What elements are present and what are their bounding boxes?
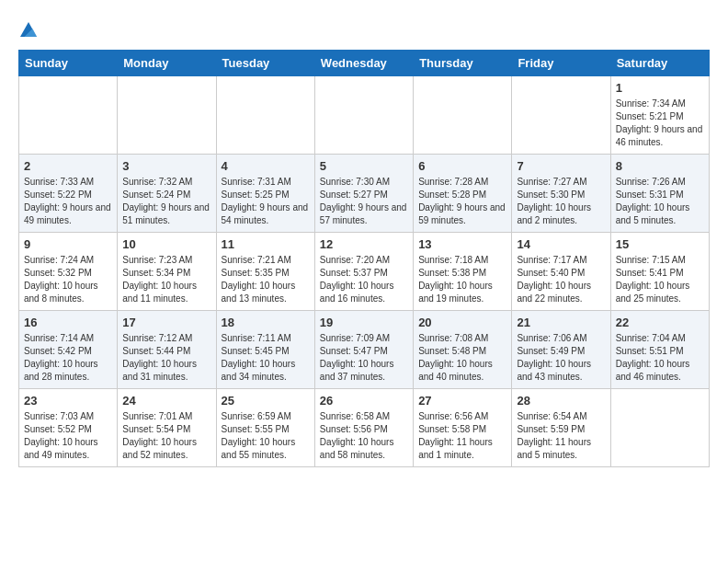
day-number: 12 bbox=[320, 237, 408, 251]
day-info: Sunrise: 7:04 AM Sunset: 5:51 PM Dayligh… bbox=[616, 332, 704, 384]
day-number: 8 bbox=[616, 159, 704, 173]
col-header-friday: Friday bbox=[512, 51, 610, 76]
day-info: Sunrise: 7:30 AM Sunset: 5:27 PM Dayligh… bbox=[320, 176, 408, 227]
cell-w1-d1: 3Sunrise: 7:32 AM Sunset: 5:24 PM Daylig… bbox=[118, 155, 216, 233]
cell-w2-d3: 12Sunrise: 7:20 AM Sunset: 5:37 PM Dayli… bbox=[314, 233, 413, 311]
cell-w2-d1: 10Sunrise: 7:23 AM Sunset: 5:34 PM Dayli… bbox=[118, 233, 216, 311]
day-number: 20 bbox=[418, 316, 506, 329]
cell-w2-d0: 9Sunrise: 7:24 AM Sunset: 5:32 PM Daylig… bbox=[19, 233, 118, 311]
logo-text bbox=[18, 18, 37, 40]
day-info: Sunrise: 7:32 AM Sunset: 5:24 PM Dayligh… bbox=[122, 176, 210, 227]
cell-w3-d3: 19Sunrise: 7:09 AM Sunset: 5:47 PM Dayli… bbox=[314, 311, 413, 389]
day-info: Sunrise: 6:54 AM Sunset: 5:59 PM Dayligh… bbox=[517, 410, 605, 462]
day-number: 11 bbox=[222, 237, 310, 251]
day-info: Sunrise: 7:34 AM Sunset: 5:21 PM Dayligh… bbox=[616, 98, 704, 149]
day-info: Sunrise: 7:33 AM Sunset: 5:22 PM Dayligh… bbox=[24, 176, 112, 227]
cell-w2-d5: 14Sunrise: 7:17 AM Sunset: 5:40 PM Dayli… bbox=[512, 233, 610, 311]
day-info: Sunrise: 7:24 AM Sunset: 5:32 PM Dayligh… bbox=[24, 254, 112, 305]
cell-w1-d2: 4Sunrise: 7:31 AM Sunset: 5:25 PM Daylig… bbox=[216, 155, 314, 233]
day-number: 19 bbox=[320, 316, 408, 329]
day-number: 4 bbox=[222, 159, 310, 173]
day-number: 24 bbox=[122, 394, 210, 408]
day-info: Sunrise: 7:21 AM Sunset: 5:35 PM Dayligh… bbox=[222, 254, 310, 305]
cell-w3-d2: 18Sunrise: 7:11 AM Sunset: 5:45 PM Dayli… bbox=[216, 311, 314, 389]
day-info: Sunrise: 7:11 AM Sunset: 5:45 PM Dayligh… bbox=[222, 332, 310, 384]
day-number: 10 bbox=[122, 237, 210, 251]
col-header-thursday: Thursday bbox=[414, 51, 512, 76]
col-header-wednesday: Wednesday bbox=[314, 51, 413, 76]
page-header bbox=[18, 18, 710, 40]
cell-w4-d3: 26Sunrise: 6:58 AM Sunset: 5:56 PM Dayli… bbox=[314, 389, 413, 467]
day-info: Sunrise: 7:15 AM Sunset: 5:41 PM Dayligh… bbox=[616, 254, 704, 305]
day-number: 16 bbox=[24, 316, 112, 329]
day-number: 27 bbox=[418, 394, 506, 408]
day-number: 23 bbox=[24, 394, 112, 408]
day-number: 6 bbox=[418, 159, 506, 173]
day-number: 2 bbox=[24, 159, 112, 173]
day-info: Sunrise: 7:23 AM Sunset: 5:34 PM Dayligh… bbox=[122, 254, 210, 305]
day-number: 14 bbox=[517, 237, 605, 251]
col-header-saturday: Saturday bbox=[610, 51, 709, 76]
day-info: Sunrise: 6:58 AM Sunset: 5:56 PM Dayligh… bbox=[320, 410, 408, 462]
cell-w0-d5 bbox=[512, 76, 610, 155]
day-info: Sunrise: 7:26 AM Sunset: 5:31 PM Dayligh… bbox=[616, 176, 704, 227]
day-info: Sunrise: 7:12 AM Sunset: 5:44 PM Dayligh… bbox=[122, 332, 210, 384]
cell-w4-d6 bbox=[610, 389, 709, 467]
cell-w4-d1: 24Sunrise: 7:01 AM Sunset: 5:54 PM Dayli… bbox=[118, 389, 216, 467]
cell-w3-d1: 17Sunrise: 7:12 AM Sunset: 5:44 PM Dayli… bbox=[118, 311, 216, 389]
col-header-tuesday: Tuesday bbox=[216, 51, 314, 76]
day-number: 15 bbox=[616, 237, 704, 251]
day-info: Sunrise: 7:31 AM Sunset: 5:25 PM Dayligh… bbox=[222, 176, 310, 227]
cell-w0-d0 bbox=[19, 76, 118, 155]
day-info: Sunrise: 7:17 AM Sunset: 5:40 PM Dayligh… bbox=[517, 254, 605, 305]
day-number: 3 bbox=[122, 159, 210, 173]
day-number: 26 bbox=[320, 394, 408, 408]
calendar-table: SundayMondayTuesdayWednesdayThursdayFrid… bbox=[18, 50, 710, 467]
cell-w0-d4 bbox=[414, 76, 512, 155]
day-info: Sunrise: 7:20 AM Sunset: 5:37 PM Dayligh… bbox=[320, 254, 408, 305]
day-info: Sunrise: 7:09 AM Sunset: 5:47 PM Dayligh… bbox=[320, 332, 408, 384]
cell-w0-d1 bbox=[118, 76, 216, 155]
col-header-monday: Monday bbox=[118, 51, 216, 76]
day-number: 25 bbox=[222, 394, 310, 408]
day-number: 1 bbox=[616, 81, 704, 95]
cell-w0-d2 bbox=[216, 76, 314, 155]
cell-w1-d3: 5Sunrise: 7:30 AM Sunset: 5:27 PM Daylig… bbox=[314, 155, 413, 233]
logo bbox=[18, 18, 37, 40]
cell-w2-d2: 11Sunrise: 7:21 AM Sunset: 5:35 PM Dayli… bbox=[216, 233, 314, 311]
cell-w0-d6: 1Sunrise: 7:34 AM Sunset: 5:21 PM Daylig… bbox=[610, 76, 709, 155]
day-info: Sunrise: 7:28 AM Sunset: 5:28 PM Dayligh… bbox=[418, 176, 506, 227]
day-info: Sunrise: 7:14 AM Sunset: 5:42 PM Dayligh… bbox=[24, 332, 112, 384]
cell-w3-d0: 16Sunrise: 7:14 AM Sunset: 5:42 PM Dayli… bbox=[19, 311, 118, 389]
cell-w4-d2: 25Sunrise: 6:59 AM Sunset: 5:55 PM Dayli… bbox=[216, 389, 314, 467]
day-number: 9 bbox=[24, 237, 112, 251]
cell-w4-d0: 23Sunrise: 7:03 AM Sunset: 5:52 PM Dayli… bbox=[19, 389, 118, 467]
day-info: Sunrise: 6:59 AM Sunset: 5:55 PM Dayligh… bbox=[222, 410, 310, 462]
cell-w4-d4: 27Sunrise: 6:56 AM Sunset: 5:58 PM Dayli… bbox=[414, 389, 512, 467]
day-number: 18 bbox=[222, 316, 310, 329]
cell-w1-d6: 8Sunrise: 7:26 AM Sunset: 5:31 PM Daylig… bbox=[610, 155, 709, 233]
day-info: Sunrise: 7:01 AM Sunset: 5:54 PM Dayligh… bbox=[122, 410, 210, 462]
day-info: Sunrise: 6:56 AM Sunset: 5:58 PM Dayligh… bbox=[418, 410, 506, 462]
day-number: 17 bbox=[122, 316, 210, 329]
cell-w1-d4: 6Sunrise: 7:28 AM Sunset: 5:28 PM Daylig… bbox=[414, 155, 512, 233]
col-header-sunday: Sunday bbox=[19, 51, 118, 76]
day-info: Sunrise: 7:18 AM Sunset: 5:38 PM Dayligh… bbox=[418, 254, 506, 305]
day-info: Sunrise: 7:03 AM Sunset: 5:52 PM Dayligh… bbox=[24, 410, 112, 462]
day-info: Sunrise: 7:27 AM Sunset: 5:30 PM Dayligh… bbox=[517, 176, 605, 227]
cell-w0-d3 bbox=[314, 76, 413, 155]
day-number: 13 bbox=[418, 237, 506, 251]
cell-w1-d0: 2Sunrise: 7:33 AM Sunset: 5:22 PM Daylig… bbox=[19, 155, 118, 233]
day-info: Sunrise: 7:08 AM Sunset: 5:48 PM Dayligh… bbox=[418, 332, 506, 384]
day-number: 21 bbox=[517, 316, 605, 329]
cell-w2-d4: 13Sunrise: 7:18 AM Sunset: 5:38 PM Dayli… bbox=[414, 233, 512, 311]
day-number: 22 bbox=[616, 316, 704, 329]
day-number: 28 bbox=[517, 394, 605, 408]
cell-w3-d4: 20Sunrise: 7:08 AM Sunset: 5:48 PM Dayli… bbox=[414, 311, 512, 389]
cell-w2-d6: 15Sunrise: 7:15 AM Sunset: 5:41 PM Dayli… bbox=[610, 233, 709, 311]
cell-w4-d5: 28Sunrise: 6:54 AM Sunset: 5:59 PM Dayli… bbox=[512, 389, 610, 467]
day-number: 7 bbox=[517, 159, 605, 173]
cell-w1-d5: 7Sunrise: 7:27 AM Sunset: 5:30 PM Daylig… bbox=[512, 155, 610, 233]
day-number: 5 bbox=[320, 159, 408, 173]
cell-w3-d5: 21Sunrise: 7:06 AM Sunset: 5:49 PM Dayli… bbox=[512, 311, 610, 389]
